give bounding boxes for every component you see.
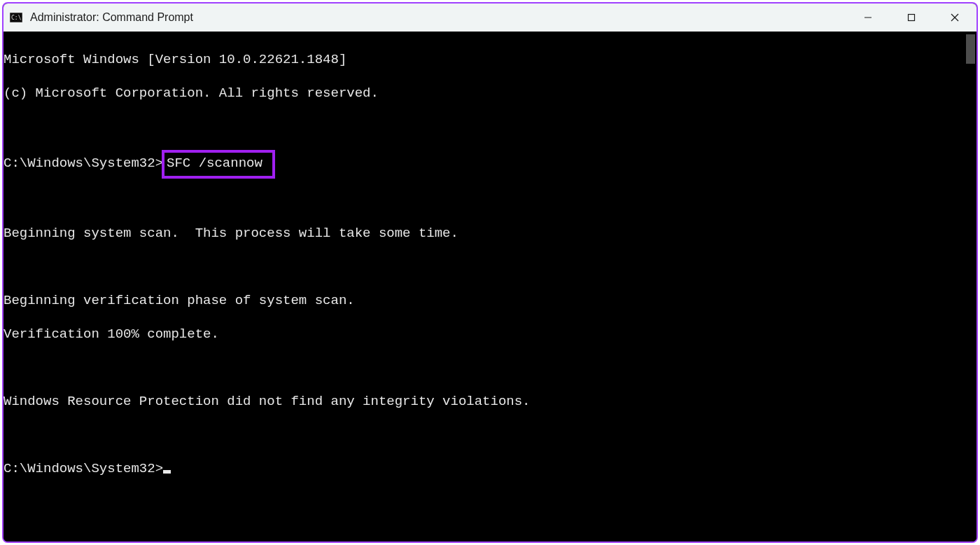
terminal-content: Microsoft Windows [Version 10.0.22621.18…: [4, 32, 964, 511]
titlebar[interactable]: C:\ Administrator: Command Prompt: [4, 4, 976, 32]
blank-line: [4, 191, 964, 208]
blank-line: [4, 118, 964, 135]
prompt-path: C:\Windows\System32>: [4, 461, 163, 476]
output-line-version: Microsoft Windows [Version 10.0.22621.18…: [4, 51, 964, 68]
command-highlight: SFC /scannow: [162, 150, 275, 179]
cmd-app-icon: C:\: [9, 11, 23, 25]
output-line-verify-begin: Beginning verification phase of system s…: [4, 292, 964, 309]
output-line-verify-done: Verification 100% complete.: [4, 326, 964, 343]
blank-line: [4, 427, 964, 443]
output-line-copyright: (c) Microsoft Corporation. All rights re…: [4, 85, 964, 102]
minimize-button[interactable]: [846, 4, 890, 32]
close-icon: [951, 13, 959, 22]
maximize-button[interactable]: [890, 4, 933, 32]
output-line-scan-begin: Beginning system scan. This process will…: [4, 225, 964, 242]
prompt-path: C:\Windows\System32>: [4, 156, 163, 171]
prompt-line-1: C:\Windows\System32>SFC /scannow: [4, 152, 964, 174]
window-controls: [846, 4, 976, 32]
text-cursor: [163, 470, 171, 474]
terminal-area[interactable]: Microsoft Windows [Version 10.0.22621.18…: [4, 32, 976, 541]
prompt-line-2: C:\Windows\System32>: [4, 460, 964, 477]
svg-text:C:\: C:\: [11, 15, 22, 21]
output-line-result: Windows Resource Protection did not find…: [4, 393, 964, 410]
window-title: Administrator: Command Prompt: [30, 11, 193, 24]
minimize-icon: [864, 13, 872, 22]
command-prompt-window: C:\ Administrator: Command Prompt: [2, 2, 978, 543]
blank-line: [4, 359, 964, 376]
vertical-scrollbar[interactable]: [965, 32, 976, 541]
svg-rect-3: [909, 15, 915, 21]
close-button[interactable]: [933, 4, 976, 32]
scrollbar-thumb[interactable]: [966, 34, 975, 64]
blank-line: [4, 258, 964, 275]
maximize-icon: [907, 13, 916, 22]
command-text: SFC /scannow: [167, 156, 262, 171]
